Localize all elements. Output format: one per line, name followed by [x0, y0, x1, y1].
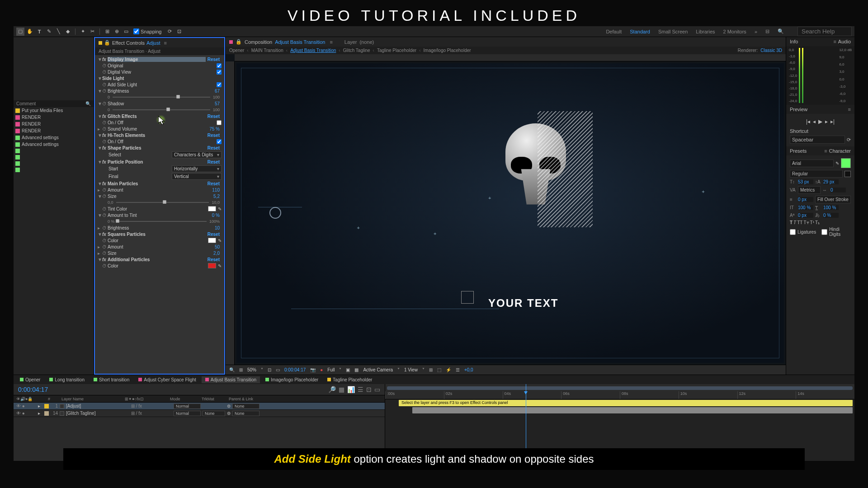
tsume-input[interactable]	[823, 213, 839, 218]
tint-swatch[interactable]	[208, 206, 216, 211]
panel-menu-icon[interactable]: ≡	[824, 148, 827, 154]
timeline-icon[interactable]: ☰	[456, 367, 460, 372]
label-color-chip[interactable]	[15, 142, 20, 147]
amount-value[interactable]: 110	[210, 188, 222, 192]
fx-main-particles[interactable]: ▼fxMain ParticlesReset	[95, 180, 224, 187]
layer-toggles[interactable]: 👁 ●	[16, 404, 36, 408]
layer-name-col[interactable]: Layer Name	[61, 397, 125, 401]
view-dropdown[interactable]: 1 View	[404, 367, 418, 372]
brush-tool-icon[interactable]: ╲	[54, 28, 62, 36]
clone-tool-icon[interactable]: ◆	[64, 28, 72, 36]
shadow-value[interactable]: 57	[213, 101, 222, 106]
project-item[interactable]: RENDER	[14, 121, 94, 127]
subscript-icon[interactable]: T₁	[815, 220, 820, 225]
bold-icon[interactable]: T	[790, 220, 793, 225]
reset-link[interactable]: Reset	[206, 257, 222, 262]
mode-col[interactable]: Mode	[170, 397, 202, 401]
selection-tool-icon[interactable]: ▢	[16, 28, 24, 36]
italic-icon[interactable]: T	[793, 220, 796, 225]
work-area-bar[interactable]	[387, 386, 853, 390]
trkmat-dropdown[interactable]: None	[203, 411, 225, 416]
grp-side-light[interactable]: ▼Side Light	[95, 75, 224, 81]
hscale-input[interactable]	[823, 205, 839, 210]
lock-icon[interactable]: 🔒	[236, 39, 242, 45]
parent-dropdown[interactable]: None	[232, 411, 259, 416]
shortcut-dropdown[interactable]: Spacebar	[790, 136, 845, 144]
project-item[interactable]	[14, 167, 94, 173]
reset-link[interactable]: Reset	[206, 181, 222, 186]
comp-name[interactable]: Adjust Basis Transition	[275, 39, 325, 45]
fast-preview-icon[interactable]: ⚡	[446, 367, 451, 372]
canvas[interactable]: + + + + YOUR TEXT	[236, 63, 784, 363]
tl-graph-icon[interactable]: 📊	[347, 386, 355, 393]
superscript-icon[interactable]: T¹	[810, 220, 814, 225]
panel-menu-icon[interactable]: ≡	[330, 39, 332, 45]
font-family-dropdown[interactable]: Arial	[790, 160, 834, 167]
fx-display-image[interactable]: ▼fxDisplay ImageReset	[95, 56, 224, 62]
timeline-tab[interactable]: Adjust Cyber Space Flight	[135, 376, 200, 383]
fill-stroke-dropdown[interactable]: Fill Over Stroke	[815, 196, 851, 203]
project-item[interactable]	[14, 148, 94, 154]
layer-bar-adjust[interactable]: Select the layer and press F3 to open Ef…	[399, 400, 853, 406]
camera-dropdown[interactable]: Active Camera	[363, 367, 393, 372]
timeline-tab[interactable]: Image/logo Placeholder	[262, 376, 322, 383]
label-color-chip[interactable]	[15, 108, 20, 113]
crumb-opener[interactable]: Opener	[229, 48, 244, 53]
parent-col[interactable]: Parent & Link	[229, 397, 269, 401]
layer-name[interactable]: [Glitch Tagline]	[66, 411, 129, 416]
sq-amount-value[interactable]: 50	[213, 244, 222, 249]
add-side-light-checkbox[interactable]	[217, 82, 222, 87]
zoom-value[interactable]: 50%	[247, 367, 256, 372]
pen-tool-icon[interactable]: ✎	[45, 28, 53, 36]
shape-select-dropdown[interactable]: Characters & Digits	[172, 151, 222, 158]
layer-switches[interactable]: ⊞ / fx	[131, 404, 172, 408]
timeline-tab[interactable]: Opener	[16, 376, 44, 383]
sound-value[interactable]: 75 %	[208, 127, 222, 131]
play-icon[interactable]: ▶	[818, 118, 822, 125]
crumb-glitch[interactable]: Glitch Tagline	[343, 48, 370, 53]
magnify-icon[interactable]: 🔍	[229, 367, 235, 372]
smallcaps-icon[interactable]: Tᴛ	[803, 220, 809, 225]
preview-tab[interactable]: Preview≡	[786, 105, 854, 114]
mode-dropdown[interactable]: Normal	[174, 404, 201, 409]
mode-dropdown[interactable]: Normal	[174, 411, 201, 416]
tl-frame-icon[interactable]: ▭	[374, 386, 380, 393]
ws-libraries[interactable]: Libraries	[696, 29, 715, 34]
project-item[interactable]: Put your Media Files	[14, 107, 94, 114]
kerning-dropdown[interactable]: Metrics	[798, 186, 821, 194]
region-icon[interactable]: ▣	[346, 367, 350, 372]
timeline-tab[interactable]: Tagline Placeholder	[324, 376, 376, 383]
att-slider[interactable]	[116, 219, 119, 223]
project-item[interactable]: RENDER	[14, 127, 94, 134]
presets-tab[interactable]: Presets	[790, 148, 807, 154]
effect-controls-tab[interactable]: 🔒 Effect Controls Adjust ≡	[95, 38, 224, 47]
ws-monitors[interactable]: 2 Monitors	[723, 29, 746, 34]
timeline-tab[interactable]: Adjust Basis Transition	[202, 376, 260, 383]
sync-icon[interactable]: ⊟	[765, 28, 769, 34]
layer-color-chip[interactable]	[44, 404, 49, 408]
reset-link[interactable]: Reset	[206, 133, 222, 138]
info-tab[interactable]: Info	[790, 39, 798, 44]
vscale-input[interactable]	[798, 205, 813, 210]
project-item[interactable]: Advanced settings	[14, 141, 94, 148]
layer-switches[interactable]: ⊞ / fx	[131, 411, 172, 416]
label-color-chip[interactable]	[15, 161, 20, 166]
tl-shy-icon[interactable]: ☰	[358, 386, 363, 393]
allcaps-icon[interactable]: TT	[797, 220, 802, 225]
project-item[interactable]	[14, 160, 94, 167]
panel-menu-icon[interactable]: ≡	[833, 39, 836, 44]
mask-icon[interactable]: ▭	[276, 367, 280, 372]
sq-color-swatch[interactable]	[208, 238, 216, 243]
text-bbox[interactable]	[461, 291, 474, 304]
fx-glitch[interactable]: ▼fxGlitch EffectsReset	[95, 113, 224, 119]
panel-menu-icon[interactable]: ≡	[164, 40, 167, 46]
digital-checkbox[interactable]	[217, 70, 222, 75]
snapshot-icon[interactable]: 📷	[310, 367, 316, 372]
anchor-tool-icon[interactable]: ⊕	[113, 28, 121, 36]
eyedropper-icon[interactable]: ✎	[218, 206, 222, 211]
next-frame-icon[interactable]: ▸	[825, 118, 828, 125]
layer-name[interactable]: [Adjust]	[66, 404, 129, 408]
font-style-dropdown[interactable]: Regular	[790, 170, 843, 178]
snapping-checkbox[interactable]	[133, 28, 139, 34]
project-search-icon[interactable]: 🔍	[85, 101, 91, 106]
